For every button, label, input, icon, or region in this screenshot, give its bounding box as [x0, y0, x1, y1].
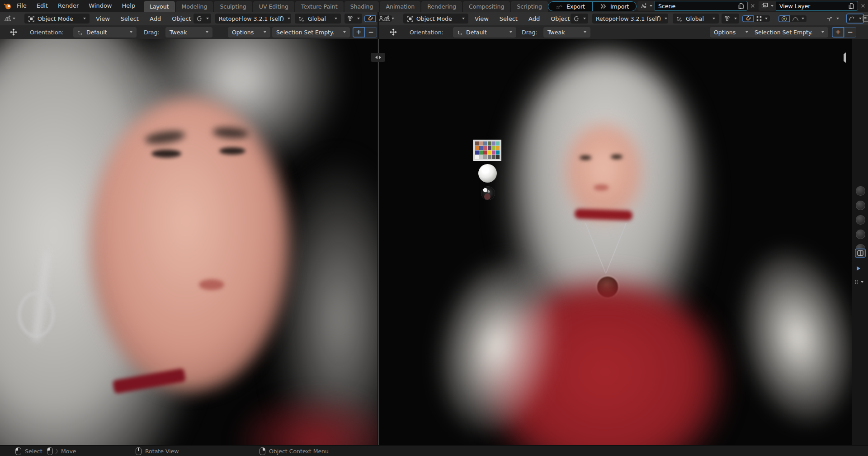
orientation-dropdown-right[interactable]: Default — [453, 27, 516, 38]
chrome-sphere — [481, 186, 495, 200]
eye — [580, 155, 591, 160]
expand-panel-arrow[interactable] — [857, 266, 860, 271]
active-panel-icon[interactable] — [855, 249, 866, 258]
tab-shading[interactable]: Shading — [344, 1, 379, 12]
face — [566, 125, 642, 221]
color-checker-patch — [483, 155, 487, 159]
unlink-scene-button[interactable] — [748, 1, 758, 11]
new-scene-icon[interactable] — [737, 3, 744, 9]
drag-dropdown-right[interactable]: Tweak — [543, 27, 590, 38]
tab-modeling[interactable]: Modeling — [176, 1, 213, 12]
color-checker-patch — [488, 155, 491, 159]
transform-orientation-dropdown-right[interactable]: Global — [673, 14, 719, 24]
tab-compositing[interactable]: Compositing — [463, 1, 510, 12]
active-tool-icon-left — [9, 27, 18, 38]
pivot-median-icon — [724, 15, 731, 22]
pivot-point-dropdown-right[interactable] — [722, 14, 739, 24]
snap-settings-dropdown[interactable] — [754, 15, 770, 22]
drag-dropdown-left[interactable]: Tweak — [165, 27, 212, 38]
material-sphere-icon[interactable] — [856, 186, 865, 196]
view-layer-field[interactable]: View Layer — [776, 1, 858, 11]
menu-add[interactable]: Add — [144, 15, 166, 22]
color-checker-patch — [488, 146, 491, 150]
material-sphere-icon[interactable] — [856, 230, 865, 239]
region-resize-handle[interactable] — [371, 53, 385, 62]
retopoflow-icon-menu-left[interactable] — [193, 14, 211, 24]
close-icon — [750, 3, 755, 9]
selection-set-add-button[interactable]: + — [353, 27, 365, 38]
export-button[interactable]: Export — [548, 2, 592, 11]
menu-select[interactable]: Select — [115, 15, 144, 22]
tab-scripting[interactable]: Scripting — [511, 1, 548, 12]
orientation-icon — [457, 29, 463, 35]
show-gizmo-dropdown[interactable] — [824, 14, 841, 24]
scene-browse-button[interactable] — [637, 1, 655, 11]
tab-rendering[interactable]: Rendering — [421, 1, 462, 12]
menu-select[interactable]: Select — [494, 15, 523, 22]
snap-toggle[interactable] — [364, 15, 376, 22]
selection-set-remove-button[interactable]: − — [365, 27, 377, 38]
retopoflow-icon — [196, 15, 203, 22]
menu-edit[interactable]: Edit — [32, 0, 53, 12]
editor-type-button-right[interactable] — [382, 14, 394, 24]
color-checker-patch — [475, 155, 479, 159]
import-button[interactable]: Import — [592, 2, 637, 11]
tab-animation[interactable]: Animation — [380, 1, 420, 12]
editor-separator[interactable] — [377, 12, 379, 39]
import-icon — [600, 3, 607, 9]
menu-add[interactable]: Add — [523, 15, 545, 22]
orientation-icon — [77, 29, 84, 35]
tab-texture-paint[interactable]: Texture Paint — [295, 1, 344, 12]
chevron-down-icon — [264, 31, 266, 33]
tab-uv-editing[interactable]: UV Editing — [253, 1, 294, 12]
menu-help[interactable]: Help — [117, 0, 141, 12]
viewport-render-right[interactable] — [379, 39, 852, 445]
mode-dropdown-right[interactable]: Object Mode — [403, 14, 468, 24]
proportional-editing-toggle[interactable] — [778, 15, 790, 22]
menu-view[interactable]: View — [90, 15, 115, 22]
hint-label: Select — [25, 448, 42, 455]
pivot-point-dropdown-left[interactable] — [344, 14, 362, 24]
workspace-tabs: Layout Modeling Sculpting UV Editing Tex… — [144, 1, 563, 12]
retopoflow-version-dropdown-left[interactable]: RetopoFlow 3.2.1 (self) — [215, 14, 291, 24]
snap-toggle[interactable] — [742, 15, 754, 22]
selection-set-add-button[interactable]: + — [832, 27, 844, 38]
tab-layout[interactable]: Layout — [144, 1, 175, 12]
options-dropdown-right[interactable]: Options — [710, 27, 752, 38]
scene-name-field[interactable]: Scene — [655, 1, 748, 11]
orientation-dropdown-left[interactable]: Default — [73, 27, 137, 38]
material-sphere-icon[interactable] — [856, 215, 865, 225]
strip-editor-menu[interactable] — [854, 279, 863, 284]
shading-panel-icon[interactable] — [863, 14, 868, 24]
new-view-layer-icon[interactable] — [848, 3, 854, 9]
mode-dropdown-left[interactable]: Object Mode — [24, 14, 90, 24]
transform-orientation-dropdown-left[interactable]: Global — [295, 14, 341, 24]
menu-render[interactable]: Render — [53, 0, 84, 12]
proportional-falloff-dropdown[interactable] — [790, 15, 807, 22]
options-dropdown-left[interactable]: Options — [228, 27, 270, 38]
view-layer-browse-button[interactable] — [759, 1, 776, 11]
menu-view[interactable]: View — [469, 15, 494, 22]
show-overlays-dropdown[interactable] — [846, 14, 864, 24]
material-sphere-icon[interactable] — [856, 201, 865, 210]
retopoflow-icon-menu-right[interactable] — [571, 14, 588, 24]
sidebar-expand-arrow[interactable] — [844, 54, 846, 61]
blender-logo-icon[interactable] — [3, 1, 12, 10]
hint-select: Select — [15, 446, 42, 456]
selection-set-dropdown-right[interactable]: Selection Set Empty. — [750, 27, 828, 38]
falloff-curve-icon — [792, 15, 799, 22]
viewport-render-left[interactable] — [0, 39, 377, 445]
retopoflow-version-dropdown-right[interactable]: RetopoFlow 3.2.1 (self) — [592, 14, 668, 24]
remove-view-layer-button[interactable] — [858, 1, 868, 11]
menu-window[interactable]: Window — [84, 0, 117, 12]
chevron-down-icon — [335, 18, 337, 19]
selection-set-dropdown-left[interactable]: Selection Set Empty. — [272, 27, 350, 38]
editor-type-button-left[interactable] — [4, 14, 15, 24]
menu-file[interactable]: File — [12, 0, 32, 12]
chevron-down-icon — [13, 18, 15, 19]
selection-set-remove-button[interactable]: − — [844, 27, 856, 38]
move-tool-icon — [389, 28, 398, 37]
export-label: Export — [566, 3, 585, 10]
menu-object[interactable]: Object — [166, 15, 196, 22]
tab-sculpting[interactable]: Sculpting — [214, 1, 252, 12]
